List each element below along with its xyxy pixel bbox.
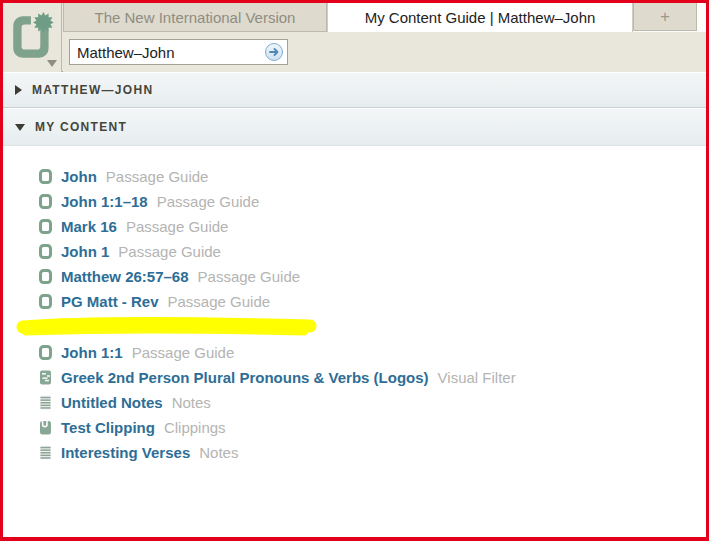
item-title[interactable]: John 1:1 <box>61 344 123 361</box>
guide-toolbar <box>63 32 706 72</box>
passage-guide-icon <box>39 169 52 184</box>
item-title[interactable]: John <box>61 168 97 185</box>
new-tab-button[interactable]: + <box>633 3 697 31</box>
section-matthew-john[interactable]: MATTHEW—JOHN <box>3 73 706 108</box>
highlighter-stroke <box>16 314 706 340</box>
item-title[interactable]: Greek 2nd Person Plural Pronouns & Verbs… <box>61 369 429 386</box>
item-type-label: Visual Filter <box>438 369 516 386</box>
list-item[interactable]: John 1Passage Guide <box>3 239 706 264</box>
passage-guide-icon <box>39 219 52 234</box>
list-item[interactable]: John 1:1–18Passage Guide <box>3 189 706 214</box>
item-title[interactable]: Untitled Notes <box>61 394 163 411</box>
content-group-other: John 1:1Passage GuideGreek 2nd Person Pl… <box>3 340 706 465</box>
item-type-label: Passage Guide <box>106 168 209 185</box>
item-title[interactable]: PG Matt - Rev <box>61 293 159 310</box>
passage-guide-icon <box>39 269 52 284</box>
item-type-label: Passage Guide <box>126 218 229 235</box>
reference-box <box>69 39 288 65</box>
panel-menu-caret-icon <box>47 60 57 67</box>
visual-filter-icon <box>39 370 52 385</box>
item-type-label: Notes <box>172 394 211 411</box>
top-chrome: The New International Version My Content… <box>3 3 706 72</box>
item-title[interactable]: Matthew 26:57–68 <box>61 268 189 285</box>
section-my-content[interactable]: MY CONTENT <box>3 109 706 146</box>
item-type-label: Clippings <box>164 419 226 436</box>
list-item[interactable]: Matthew 26:57–68Passage Guide <box>3 264 706 289</box>
list-item[interactable]: Greek 2nd Person Plural Pronouns & Verbs… <box>3 365 706 390</box>
go-button[interactable] <box>265 43 283 61</box>
section-label: MY CONTENT <box>35 120 127 134</box>
list-item[interactable]: Untitled NotesNotes <box>3 390 706 415</box>
notes-icon <box>39 445 52 460</box>
panel-menu-button[interactable] <box>3 3 62 72</box>
list-item[interactable]: Mark 16Passage Guide <box>3 214 706 239</box>
logos-guide-icon <box>11 10 55 62</box>
item-title[interactable]: Test Clipping <box>61 419 155 436</box>
item-title[interactable]: Mark 16 <box>61 218 117 235</box>
item-title[interactable]: Interesting Verses <box>61 444 190 461</box>
list-item[interactable]: John 1:1Passage Guide <box>3 340 706 365</box>
item-title[interactable]: John 1:1–18 <box>61 193 148 210</box>
collapsed-triangle-icon <box>15 85 22 95</box>
item-type-label: Notes <box>199 444 238 461</box>
tab-strip-filler <box>697 3 706 32</box>
tab-my-content-guide[interactable]: My Content Guide | Matthew–John <box>327 3 633 32</box>
list-item[interactable]: PG Matt - RevPassage Guide <box>3 289 706 314</box>
tab-bible-niv[interactable]: The New International Version <box>63 3 327 32</box>
section-label: MATTHEW—JOHN <box>32 83 153 97</box>
clippings-icon <box>39 420 52 435</box>
item-type-label: Passage Guide <box>118 243 221 260</box>
item-type-label: Passage Guide <box>168 293 271 310</box>
passage-guide-icon <box>39 294 52 309</box>
passage-guide-icon <box>39 345 52 360</box>
reference-input[interactable] <box>70 40 287 64</box>
logos-panel-window: The New International Version My Content… <box>0 0 709 541</box>
item-title[interactable]: John 1 <box>61 243 109 260</box>
arrow-right-icon <box>268 46 280 58</box>
item-type-label: Passage Guide <box>198 268 301 285</box>
item-type-label: Passage Guide <box>132 344 235 361</box>
passage-guide-icon <box>39 244 52 259</box>
list-item[interactable]: Test ClippingClippings <box>3 415 706 440</box>
content-group-recent: JohnPassage GuideJohn 1:1–18Passage Guid… <box>3 164 706 314</box>
list-item[interactable]: JohnPassage Guide <box>3 164 706 189</box>
passage-guide-icon <box>39 194 52 209</box>
list-item[interactable]: Interesting VersesNotes <box>3 440 706 465</box>
tab-strip: The New International Version My Content… <box>63 3 706 32</box>
my-content-list: JohnPassage GuideJohn 1:1–18Passage Guid… <box>3 146 706 537</box>
item-type-label: Passage Guide <box>157 193 260 210</box>
notes-icon <box>39 395 52 410</box>
expanded-triangle-icon <box>15 124 25 131</box>
